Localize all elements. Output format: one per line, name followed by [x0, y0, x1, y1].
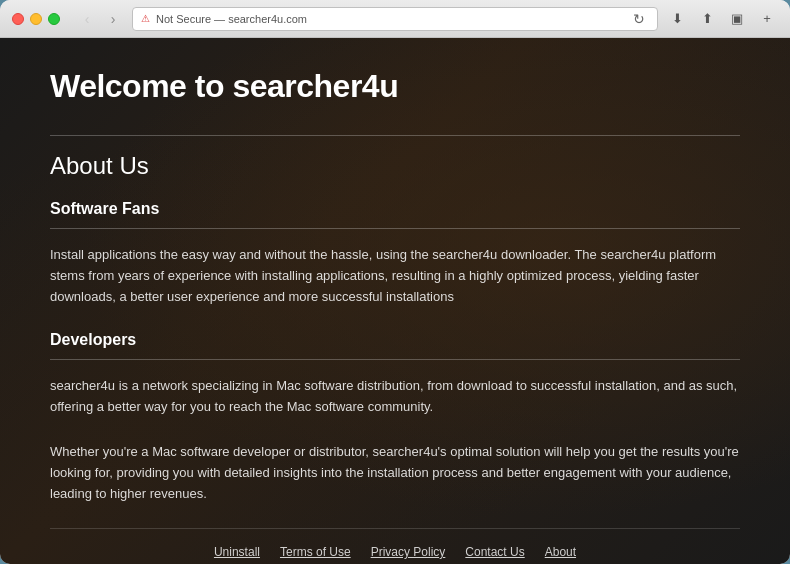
footer-link-privacy[interactable]: Privacy Policy	[371, 545, 446, 559]
new-tab-icon[interactable]: ▣	[726, 8, 748, 30]
nav-buttons: ‹ ›	[76, 8, 124, 30]
divider-2	[50, 228, 740, 229]
address-text: Not Secure — searcher4u.com	[156, 13, 307, 25]
section-title-software-fans: Software Fans	[50, 200, 740, 218]
download-icon[interactable]: ⬇	[666, 8, 688, 30]
back-button[interactable]: ‹	[76, 8, 98, 30]
address-bar[interactable]: ⚠ Not Secure — searcher4u.com ↻	[132, 7, 658, 31]
browser-window: ‹ › ⚠ Not Secure — searcher4u.com ↻ ⬇ ⬆ …	[0, 0, 790, 564]
lock-icon: ⚠	[141, 13, 150, 24]
footer-link-contact[interactable]: Contact Us	[465, 545, 524, 559]
reload-button[interactable]: ↻	[633, 11, 649, 27]
add-tab-button[interactable]: +	[756, 8, 778, 30]
footer-link-uninstall[interactable]: Uninstall	[214, 545, 260, 559]
site-title: Welcome to searcher4u	[50, 68, 740, 105]
footer-link-about[interactable]: About	[545, 545, 576, 559]
forward-button[interactable]: ›	[102, 8, 124, 30]
divider-3	[50, 359, 740, 360]
section-text-software-fans: Install applications the easy way and wi…	[50, 245, 740, 307]
close-button[interactable]	[12, 13, 24, 25]
minimize-button[interactable]	[30, 13, 42, 25]
footer-links: Uninstall Terms of Use Privacy Policy Co…	[50, 545, 740, 559]
share-icon[interactable]: ⬆	[696, 8, 718, 30]
page-content: Welcome to searcher4u About Us Software …	[0, 38, 790, 564]
browser-icons: ⬇ ⬆ ▣ +	[666, 8, 778, 30]
about-heading: About Us	[50, 152, 740, 180]
title-bar: ‹ › ⚠ Not Secure — searcher4u.com ↻ ⬇ ⬆ …	[0, 0, 790, 38]
footer: Uninstall Terms of Use Privacy Policy Co…	[50, 528, 740, 564]
section-text-developers-2: Whether you're a Mac software developer …	[50, 442, 740, 504]
divider-1	[50, 135, 740, 136]
traffic-lights	[12, 13, 60, 25]
page-inner: Welcome to searcher4u About Us Software …	[0, 38, 790, 564]
section-text-developers-1: searcher4u is a network specializing in …	[50, 376, 740, 418]
section-title-developers: Developers	[50, 331, 740, 349]
maximize-button[interactable]	[48, 13, 60, 25]
footer-link-terms[interactable]: Terms of Use	[280, 545, 351, 559]
